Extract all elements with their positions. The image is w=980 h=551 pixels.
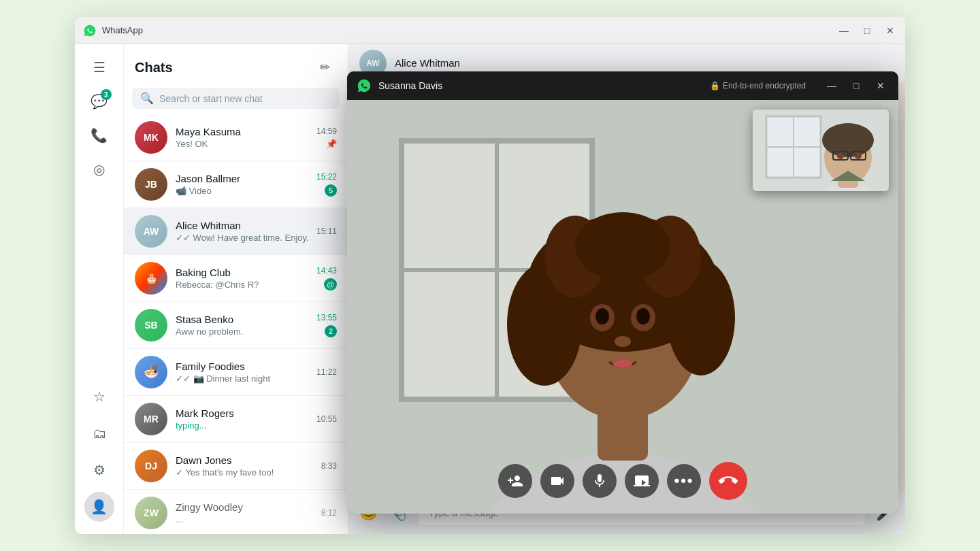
chat-name-mark: Mark Rogers xyxy=(176,407,308,419)
chat-time-family: 11:22 xyxy=(316,367,337,377)
chat-preview-alice: ✓✓ Wow! Have great time. Enjoy. xyxy=(176,233,308,243)
chat-preview-baking: Rebecca: @Chris R? xyxy=(176,280,308,290)
svg-point-30 xyxy=(837,152,844,159)
sidebar: Chats ✏ 🔍 MK Maya Kasuma Yes! OK xyxy=(124,44,348,534)
chat-preview-maya: Yes! OK xyxy=(176,139,308,149)
svg-point-12 xyxy=(575,212,670,280)
new-chat-button[interactable]: ✏ xyxy=(312,55,337,80)
chat-time-dawn: 8:33 xyxy=(321,461,337,471)
end-call-button[interactable] xyxy=(709,462,747,500)
chat-time-zingy: 8:12 xyxy=(321,508,337,518)
nav-calls-button[interactable]: 📞 xyxy=(84,120,114,150)
svg-point-18 xyxy=(613,360,632,368)
video-whatsapp-logo xyxy=(357,78,372,93)
icon-nav: ☰ 💬 3 📞 ◎ ☆ 🗂 ⚙ 👤 xyxy=(75,44,124,534)
screenshare-button[interactable] xyxy=(625,464,659,498)
chat-item-dawn[interactable]: DJ Dawn Jones ✓ Yes that's my fave too! … xyxy=(124,443,348,490)
title-bar: WhatsApp — □ ✕ xyxy=(75,17,905,44)
chat-contact-name: Alice Whitman xyxy=(395,57,894,69)
chat-info-baking: Baking Club Rebecca: @Chris R? xyxy=(176,267,308,290)
sidebar-title: Chats xyxy=(135,60,173,76)
pin-icon-maya: 📌 xyxy=(326,139,337,149)
chat-preview-mark: typing... xyxy=(176,420,308,431)
nav-bottom: ☆ 🗂 ⚙ 👤 xyxy=(84,382,114,526)
chat-badge-jason: 5 xyxy=(325,184,337,197)
chat-list: MK Maya Kasuma Yes! OK 14:59 📌 JB Jason … xyxy=(124,114,348,534)
chat-item-stasa[interactable]: SB Stasa Benko Aww no problem. 13:55 2 xyxy=(124,302,348,349)
nav-starred-button[interactable]: ☆ xyxy=(84,382,114,412)
video-title-bar: Susanna Davis 🔒 End-to-end endcrypted — … xyxy=(347,71,898,100)
chat-info-family: Family Foodies ✓✓ 📷 Dinner last night xyxy=(176,361,308,384)
chat-name-family: Family Foodies xyxy=(176,361,308,372)
chat-item-family[interactable]: 🍜 Family Foodies ✓✓ 📷 Dinner last night … xyxy=(124,349,348,396)
encryption-indicator: 🔒 End-to-end endcrypted xyxy=(710,81,806,90)
chat-name-maya: Maya Kasuma xyxy=(176,126,308,137)
chat-time-baking: 14:43 xyxy=(316,266,337,276)
chat-time-mark: 10:55 xyxy=(316,414,337,424)
chat-name-zingy: Zingy Woodley xyxy=(176,501,313,513)
nav-profile-button[interactable]: 👤 xyxy=(84,492,114,522)
avatar-family: 🍜 xyxy=(135,356,167,388)
chat-time-jason: 15:22 xyxy=(316,172,337,182)
nav-archived-button[interactable]: 🗂 xyxy=(84,418,114,448)
chat-preview-jason: 📹 Video xyxy=(176,186,308,196)
avatar-baking: 🎂 xyxy=(135,262,167,295)
more-options-button[interactable]: ••• xyxy=(667,464,701,498)
svg-point-17 xyxy=(615,336,631,347)
video-maximize-button[interactable]: □ xyxy=(848,78,864,94)
avatar-zingy: ZW xyxy=(135,497,167,529)
video-toggle-button[interactable] xyxy=(540,464,574,498)
avatar-dawn: DJ xyxy=(135,450,167,482)
chat-meta-zingy: 8:12 xyxy=(321,508,337,518)
video-window-controls: — □ ✕ xyxy=(823,78,889,94)
chat-item-maya[interactable]: MK Maya Kasuma Yes! OK 14:59 📌 xyxy=(124,114,348,161)
avatar-alice: AW xyxy=(135,215,167,248)
app-window: WhatsApp — □ ✕ ☰ 💬 3 📞 ◎ ☆ 🗂 ⚙ 👤 xyxy=(75,17,905,534)
close-button[interactable]: ✕ xyxy=(883,24,897,37)
maximize-button[interactable]: □ xyxy=(860,24,874,37)
avatar-stasa: SB xyxy=(135,309,167,341)
chat-info-jason: Jason Ballmer 📹 Video xyxy=(176,173,308,196)
chat-name-jason: Jason Ballmer xyxy=(176,173,308,184)
lock-icon: 🔒 xyxy=(710,81,720,90)
window-controls: — □ ✕ xyxy=(837,24,897,37)
chat-meta-maya: 14:59 📌 xyxy=(316,127,337,149)
video-minimize-button[interactable]: — xyxy=(823,78,840,94)
chat-badge-stasa: 2 xyxy=(325,325,337,337)
video-close-button[interactable]: ✕ xyxy=(872,78,889,94)
nav-settings-button[interactable]: ⚙ xyxy=(84,455,114,485)
chat-preview-family: ✓✓ 📷 Dinner last night xyxy=(176,373,308,384)
svg-point-16 xyxy=(636,308,650,324)
chat-info-alice: Alice Whitman ✓✓ Wow! Have great time. E… xyxy=(176,220,308,243)
chat-meta-baking: 14:43 @ xyxy=(316,266,337,290)
chat-badge-baking: @ xyxy=(324,278,337,290)
video-self-thumbnail xyxy=(753,110,889,191)
avatar-jason: JB xyxy=(135,168,167,201)
chat-meta-alice: 15:11 xyxy=(316,227,337,236)
chat-item-baking[interactable]: 🎂 Baking Club Rebecca: @Chris R? 14:43 @ xyxy=(124,255,348,302)
nav-menu-button[interactable]: ☰ xyxy=(84,52,114,82)
svg-point-31 xyxy=(855,152,862,159)
encryption-text: End-to-end endcrypted xyxy=(723,81,806,90)
nav-chats-button[interactable]: 💬 3 xyxy=(84,86,114,116)
chat-meta-family: 11:22 xyxy=(316,367,337,377)
chat-item-alice[interactable]: AW Alice Whitman ✓✓ Wow! Have great time… xyxy=(124,208,348,255)
video-main: ••• xyxy=(347,100,898,514)
chat-item-mark[interactable]: MR Mark Rogers typing... 10:55 xyxy=(124,396,348,443)
chat-meta-mark: 10:55 xyxy=(316,414,337,424)
chat-item-jason[interactable]: JB Jason Ballmer 📹 Video 15:22 5 xyxy=(124,161,348,208)
chat-preview-zingy: ... xyxy=(176,514,313,524)
chat-time-alice: 15:11 xyxy=(316,227,337,236)
minimize-button[interactable]: — xyxy=(837,24,851,37)
nav-status-button[interactable]: ◎ xyxy=(84,154,114,184)
sidebar-header: Chats ✏ xyxy=(124,44,348,85)
chat-item-zingy[interactable]: ZW Zingy Woodley ... 8:12 xyxy=(124,490,348,534)
video-contact-name: Susanna Davis xyxy=(378,80,703,91)
mute-button[interactable] xyxy=(583,464,617,498)
add-person-button[interactable] xyxy=(498,464,532,498)
avatar-mark: MR xyxy=(135,403,167,435)
search-input[interactable] xyxy=(159,93,331,104)
search-bar: 🔍 xyxy=(132,88,340,109)
video-call-window: Susanna Davis 🔒 End-to-end endcrypted — … xyxy=(347,71,898,514)
sidebar-header-icons: ✏ xyxy=(312,55,337,80)
